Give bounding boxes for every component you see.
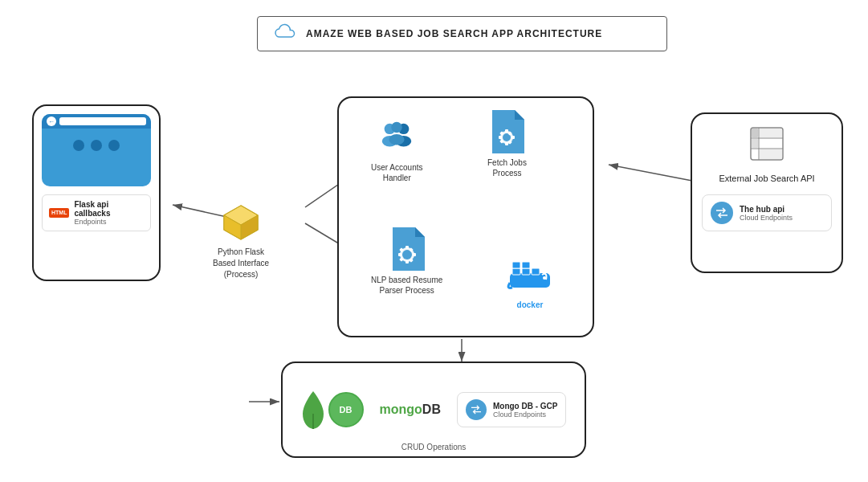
svg-rect-41 — [532, 268, 540, 275]
mongodb-logo-block: DB — [301, 390, 364, 430]
svg-rect-31 — [405, 260, 409, 263]
nlp-parser-icon — [388, 227, 426, 272]
docker-block: docker — [506, 257, 554, 309]
title-box: AMAZE WEB BASED JOB SEARCH APP ARCHITECT… — [257, 16, 667, 51]
flask-endpoint-text: Flask api callbacks Endpoints — [74, 200, 144, 226]
svg-rect-42 — [512, 262, 520, 268]
svg-rect-23 — [511, 136, 515, 139]
cube-icon — [219, 199, 263, 243]
hub-api-box: The hub api Cloud Endpoints — [702, 194, 832, 231]
flask-endpoint-box: HTML Flask api callbacks Endpoints — [42, 194, 151, 231]
flask-app-box: ← HTML Flask api callbacks Endpoints — [32, 104, 161, 281]
svg-rect-39 — [512, 268, 520, 275]
fetch-jobs-icon — [487, 109, 526, 154]
svg-rect-32 — [398, 253, 401, 256]
arrows-exchange-icon-2 — [471, 405, 482, 415]
mongodb-text: mongoDB — [380, 402, 441, 417]
storage-icon — [747, 124, 787, 164]
storage-icon-block — [702, 124, 832, 167]
server-box: User AccountsHandler — [337, 96, 594, 337]
browser-dot-1 — [73, 140, 84, 151]
mongodb-leaf-icon — [301, 390, 325, 430]
svg-rect-50 — [760, 129, 782, 137]
browser-mockup: ← — [42, 114, 151, 186]
svg-rect-33 — [413, 253, 416, 256]
mongodb-db-badge: DB — [328, 392, 364, 427]
browser-url-bar — [59, 117, 146, 125]
nlp-parser-block: NLP based ResumeParser Process — [371, 227, 442, 296]
html-icon: HTML — [49, 208, 69, 218]
svg-point-17 — [389, 134, 405, 145]
external-api-box: External Job Search API The hub api Clou… — [691, 112, 843, 273]
mongo-cloud-box: Mongo DB - GCP Cloud Endpoints — [457, 392, 567, 427]
svg-rect-21 — [505, 142, 508, 145]
mongo-cloud-text: Mongo DB - GCP Cloud Endpoints — [493, 402, 558, 419]
external-api-title: External Job Search API — [702, 174, 832, 183]
browser-dot-3 — [108, 140, 120, 151]
fetch-jobs-doc-icon — [489, 110, 524, 153]
svg-rect-20 — [505, 129, 508, 133]
users-icon — [377, 119, 416, 154]
diagram-container: AMAZE WEB BASED JOB SEARCH APP ARCHITECT… — [0, 0, 868, 482]
python-flask-label: Python Flask Based Interface (Process) — [213, 247, 269, 280]
user-accounts-block: User AccountsHandler — [371, 114, 422, 183]
nlp-doc-icon — [389, 227, 425, 271]
svg-rect-49 — [752, 129, 758, 137]
svg-rect-38 — [510, 273, 550, 288]
svg-rect-30 — [405, 246, 409, 249]
svg-rect-43 — [522, 262, 530, 268]
svg-rect-22 — [499, 136, 502, 139]
docker-label: docker — [506, 300, 554, 309]
docker-icon — [506, 257, 554, 297]
svg-rect-52 — [760, 149, 782, 159]
mongo-cloud-sub: Cloud Endpoints — [493, 411, 558, 419]
mongo-cloud-title: Mongo DB - GCP — [493, 402, 558, 411]
fetch-jobs-label: Fetch JobsProcess — [487, 157, 527, 178]
fetch-jobs-block: Fetch JobsProcess — [487, 109, 527, 178]
browser-back-icon: ← — [47, 116, 56, 126]
hub-api-text: The hub api Cloud Endpoints — [740, 205, 793, 222]
user-accounts-icon — [377, 114, 416, 159]
user-accounts-label: User AccountsHandler — [371, 162, 422, 183]
hub-icon — [711, 202, 733, 224]
svg-point-16 — [392, 122, 402, 133]
browser-dot-2 — [91, 140, 102, 151]
nlp-parser-label: NLP based ResumeParser Process — [371, 275, 442, 296]
title-text: AMAZE WEB BASED JOB SEARCH APP ARCHITECT… — [306, 28, 602, 39]
svg-rect-40 — [522, 268, 530, 275]
svg-point-44 — [543, 276, 546, 280]
mongodb-box: DB mongoDB Mongo DB - GCP Cloud Endpoint… — [281, 362, 586, 458]
arrows-exchange-icon — [715, 207, 728, 219]
cloud-icon — [274, 23, 296, 44]
python-flask-block: Python Flask Based Interface (Process) — [213, 199, 269, 280]
mongo-cloud-icon — [466, 399, 487, 420]
crud-label: CRUD Operations — [401, 443, 467, 451]
svg-line-5 — [609, 165, 692, 181]
svg-rect-51 — [752, 139, 758, 148]
